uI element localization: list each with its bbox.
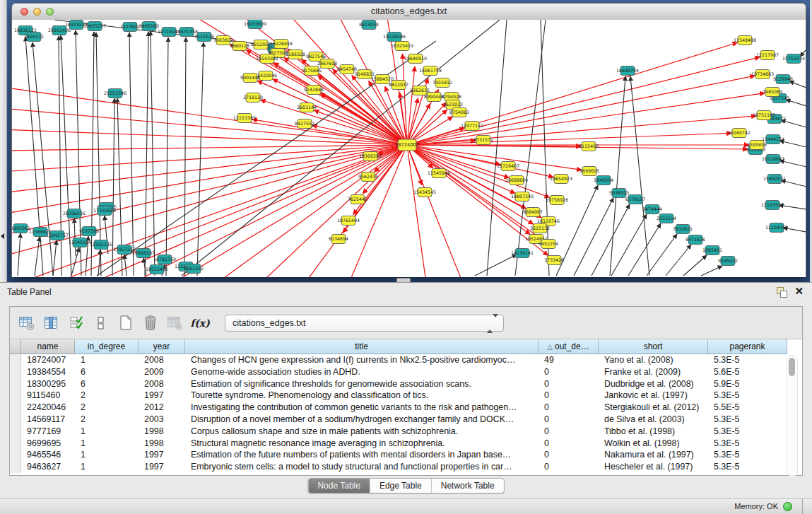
table-row[interactable]: 2242004622012Investigating the contribut… — [10, 402, 802, 414]
graph-node[interactable]: 9161352 — [184, 264, 204, 274]
graph-node[interactable]: 8813054 — [359, 21, 379, 30]
graph-node[interactable]: 10688609 — [505, 176, 528, 185]
graph-node[interactable]: 7625442 — [348, 195, 367, 204]
graph-node[interactable]: 7515526 — [194, 33, 214, 42]
graph-node[interactable]: 2405572 — [24, 33, 44, 42]
function-builder-icon[interactable]: f(x) — [190, 314, 210, 332]
graph-node[interactable]: 19654923 — [550, 175, 572, 184]
column-header-title[interactable]: title — [185, 339, 539, 354]
graph-node[interactable]: 19218586 — [383, 33, 406, 42]
graph-node[interactable]: 18325419 — [391, 42, 413, 51]
column-header-short[interactable]: short — [599, 339, 708, 354]
table-settings-icon[interactable] — [17, 314, 37, 332]
graph-node[interactable]: 10160742 — [728, 129, 751, 138]
graph-node[interactable]: 7485083 — [763, 88, 782, 97]
graph-node[interactable]: 20206526 — [63, 209, 86, 218]
column-chooser-icon[interactable] — [42, 314, 61, 332]
graph-node[interactable]: 11548408 — [734, 36, 756, 45]
graph-node[interactable]: 18522452 — [146, 265, 168, 274]
graph-node[interactable]: 1527602 — [120, 23, 140, 32]
graph-node[interactable]: 9684067 — [523, 208, 543, 217]
graph-node[interactable]: 9474444 — [642, 205, 662, 214]
graph-node[interactable]: 14136141 — [511, 249, 534, 258]
column-header-year[interactable]: year — [139, 339, 185, 354]
graph-node[interactable]: 12217987 — [756, 51, 779, 60]
graph-node[interactable]: 2803144 — [297, 103, 317, 112]
graph-node[interactable]: 7955812 — [433, 78, 452, 88]
float-panel-icon[interactable] — [777, 287, 787, 296]
network-svg[interactable]: 1883612224055722069140616973524106552571… — [12, 20, 806, 277]
graph-node[interactable]: 10655257 — [83, 22, 106, 31]
graph-node[interactable]: 1640954 — [594, 176, 613, 185]
row-tools-icon[interactable] — [91, 314, 111, 332]
graph-node[interactable]: 8427552 — [295, 119, 314, 129]
graph-node[interactable]: 2933114 — [657, 214, 676, 223]
window-titlebar[interactable]: citations_edges.txt — [12, 4, 806, 21]
graph-node[interactable]: 8454749 — [337, 65, 357, 74]
graph-node[interactable]: 8471626 — [686, 235, 705, 245]
sidebar-collapse-strip[interactable] — [0, 0, 7, 282]
graph-node[interactable]: 21053346 — [104, 89, 126, 98]
graph-node[interactable]: 15751074 — [782, 54, 805, 64]
scrollbar-thumb[interactable] — [789, 358, 795, 376]
table-row[interactable]: 1938455462009Genome-wide association stu… — [10, 366, 802, 378]
graph-node[interactable]: 7632621 — [673, 225, 693, 234]
graph-node[interactable]: 16961758 — [419, 66, 442, 76]
table-select-dropdown[interactable]: citations_edges.txt — [225, 315, 504, 332]
graph-node[interactable]: 16958187 — [132, 249, 155, 258]
column-header-out_de[interactable]: △out_de… — [539, 339, 599, 354]
graph-node[interactable]: 8186328 — [286, 50, 305, 59]
graph-node[interactable]: 18765404 — [337, 216, 360, 226]
graph-node[interactable]: 9115460 — [579, 142, 599, 151]
table-row[interactable]: 1830029562008Estimation of significance … — [10, 378, 802, 390]
tab-network-table[interactable]: Network Table — [432, 479, 504, 493]
graph-node[interactable]: 9297588 — [79, 227, 99, 236]
graph-node[interactable]: 2867608 — [317, 59, 337, 69]
close-panel-icon[interactable]: ✕ — [794, 285, 804, 298]
graph-node[interactable]: 1733426 — [544, 256, 564, 265]
graph-node[interactable]: 18724007 — [395, 139, 419, 151]
graph-node[interactable]: 12213389 — [233, 114, 256, 123]
graph-node[interactable]: 1595858 — [747, 141, 767, 150]
table-row[interactable]: 969969511998Structural magnetic resonanc… — [10, 438, 802, 450]
graph-node[interactable]: 16210643 — [762, 155, 784, 164]
graph-node[interactable]: 15434545 — [413, 188, 436, 197]
graph-node[interactable]: 8912955 — [251, 40, 271, 49]
graph-node[interactable]: 8731572 — [473, 136, 493, 145]
graph-node[interactable]: 8134694 — [329, 235, 348, 244]
graph-node[interactable]: 1065411 — [702, 246, 722, 255]
graph-node[interactable]: 8466160 — [139, 22, 159, 31]
table-row[interactable]: 911546021997Tourette syndrome. Phenomeno… — [10, 390, 802, 402]
collapse-arrow-icon[interactable] — [1, 233, 4, 239]
graph-node[interactable]: 8822037 — [389, 81, 408, 90]
graph-node[interactable]: 20691406 — [48, 26, 71, 35]
graph-node[interactable]: 19734683 — [751, 70, 774, 79]
graph-node[interactable]: 18640910 — [404, 54, 427, 64]
tab-node-table[interactable]: Node Table — [308, 479, 370, 493]
table-row[interactable]: 977716911998Corpus callosum shape and si… — [10, 426, 802, 438]
table-scrollbar[interactable] — [787, 355, 798, 477]
graph-node[interactable]: 8990448 — [424, 93, 444, 102]
graph-node[interactable]: 12977110 — [461, 122, 483, 131]
column-header-in_degree[interactable]: in_degree — [75, 339, 139, 354]
column-header-name[interactable]: name — [21, 339, 75, 354]
graph-node[interactable]: 16543382 — [256, 54, 278, 64]
delete-table-icon[interactable] — [141, 314, 160, 332]
column-header-pagerank[interactable]: pagerank — [708, 339, 787, 354]
tab-edge-table[interactable]: Edge Table — [370, 479, 432, 493]
select-columns-icon[interactable] — [66, 314, 86, 332]
graph-node[interactable]: 9901448 — [240, 74, 260, 83]
graph-node[interactable]: 8754083 — [449, 108, 469, 117]
table-row[interactable]: 946362711997Embryonic stem cells: a mode… — [10, 461, 802, 473]
graph-node[interactable]: 9699695 — [579, 167, 599, 176]
graph-node[interactable]: 12103550 — [761, 201, 784, 210]
graph-node[interactable]: 9452254 — [539, 240, 558, 249]
network-canvas[interactable]: 1883612224055722069140616973524106552571… — [12, 20, 806, 277]
graph-node[interactable]: 9129946 — [773, 75, 793, 84]
graph-node[interactable]: 1615132 — [530, 224, 550, 233]
graph-node[interactable]: 12104355 — [765, 223, 788, 233]
graph-node[interactable]: 1895061 — [12, 224, 30, 233]
new-file-icon[interactable] — [116, 314, 136, 332]
graph-node[interactable]: 9242848 — [304, 86, 324, 95]
graph-node[interactable]: 16033809 — [244, 20, 266, 29]
